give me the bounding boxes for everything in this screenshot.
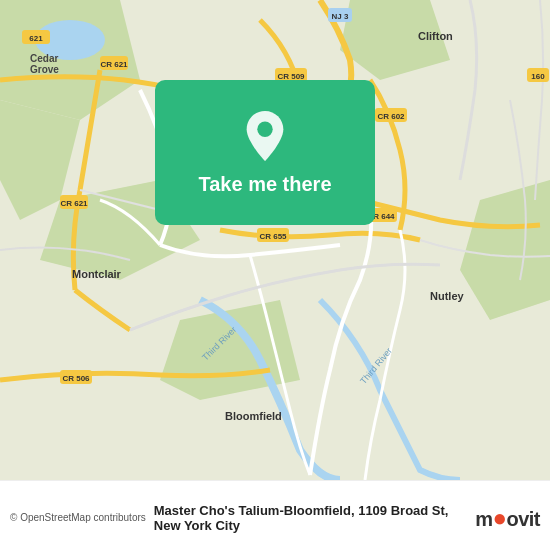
- place-nutley: Nutley: [430, 290, 465, 302]
- take-me-there-button[interactable]: Take me there: [198, 173, 331, 196]
- svg-text:160: 160: [531, 72, 545, 81]
- location-pin-icon: [241, 109, 289, 165]
- svg-point-28: [257, 122, 272, 137]
- map-container: 621 CR 621 CR 621 NJ 3 CR 509 CR 602 CR …: [0, 0, 550, 480]
- svg-text:CR 602: CR 602: [377, 112, 405, 121]
- place-cedar-grove: Cedar: [30, 53, 58, 64]
- svg-text:Grove: Grove: [30, 64, 59, 75]
- place-clifton: Clifton: [418, 30, 453, 42]
- moovit-logo: m●ovit: [475, 504, 540, 532]
- bottom-bar: © OpenStreetMap contributors Master Cho'…: [0, 480, 550, 550]
- place-montclair: Montclair: [72, 268, 122, 280]
- copyright-text: © OpenStreetMap contributors: [10, 512, 146, 523]
- svg-text:CR 655: CR 655: [259, 232, 287, 241]
- location-info: Master Cho's Talium-Bloomfield, 1109 Bro…: [154, 503, 475, 533]
- osm-copyright: © OpenStreetMap contributors: [10, 512, 146, 523]
- svg-text:CR 621: CR 621: [60, 199, 88, 208]
- svg-text:621: 621: [29, 34, 43, 43]
- svg-text:CR 621: CR 621: [100, 60, 128, 69]
- moovit-logo-container: m●ovit: [475, 504, 540, 532]
- location-card[interactable]: Take me there: [155, 80, 375, 225]
- svg-text:CR 506: CR 506: [62, 374, 90, 383]
- location-name: Master Cho's Talium-Bloomfield, 1109 Bro…: [154, 503, 475, 533]
- place-bloomfield: Bloomfield: [225, 410, 282, 422]
- svg-text:NJ 3: NJ 3: [332, 12, 349, 21]
- map-svg: 621 CR 621 CR 621 NJ 3 CR 509 CR 602 CR …: [0, 0, 550, 480]
